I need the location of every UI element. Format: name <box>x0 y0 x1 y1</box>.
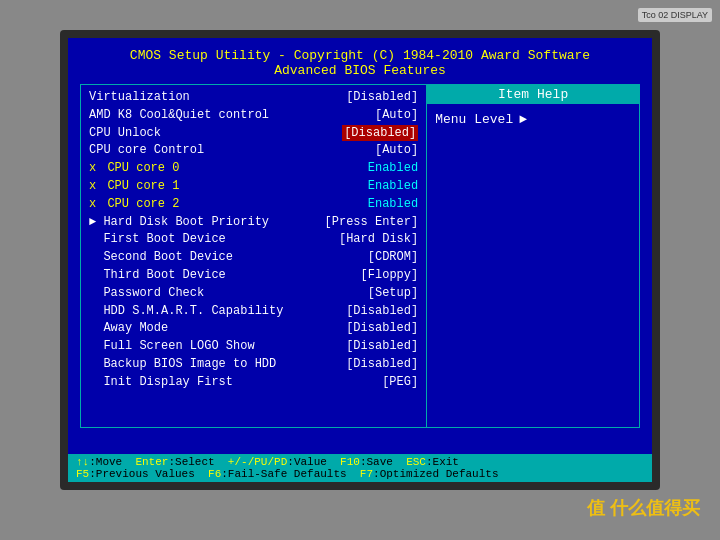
footer-row-1: ↑↓:Move Enter:Select +/-/PU/PD:Value F10… <box>76 456 644 468</box>
item-value: Enabled <box>368 178 418 195</box>
item-label: ► Hard Disk Boot Priority <box>89 214 269 231</box>
watermark: 值 什么值得买 <box>587 496 700 520</box>
item-label: First Boot Device <box>89 231 226 248</box>
item-help-title: Item Help <box>427 85 639 104</box>
list-item[interactable]: Third Boot Device [Floppy] <box>89 267 418 284</box>
item-label: Full Screen LOGO Show <box>89 338 255 355</box>
item-label: Virtualization <box>89 89 190 106</box>
item-label: x CPU core 0 <box>89 160 179 177</box>
x-marker: x <box>89 197 96 211</box>
item-value-selected: [Disabled] <box>342 125 418 142</box>
list-item[interactable]: HDD S.M.A.R.T. Capability [Disabled] <box>89 303 418 320</box>
list-item[interactable]: Away Mode [Disabled] <box>89 320 418 337</box>
bios-header-title: CMOS Setup Utility - Copyright (C) 1984-… <box>80 48 640 63</box>
item-value: Enabled <box>368 196 418 213</box>
monitor-frame: Tco 02 DISPLAY SyncMaster 793MB CMOS Set… <box>0 0 720 540</box>
item-label: Third Boot Device <box>89 267 226 284</box>
item-label: CPU core Control <box>89 142 204 159</box>
item-value: [Disabled] <box>346 89 418 106</box>
list-item[interactable]: x CPU core 0 Enabled <box>89 160 418 177</box>
item-value: Enabled <box>368 160 418 177</box>
item-value: [Setup] <box>368 285 418 302</box>
list-item[interactable]: x CPU core 2 Enabled <box>89 196 418 213</box>
x-marker: x <box>89 179 96 193</box>
bios-footer: ↑↓:Move Enter:Select +/-/PU/PD:Value F10… <box>68 454 652 482</box>
item-value: [Disabled] <box>346 356 418 373</box>
footer-row-2: F5:Previous Values F6:Fail-Safe Defaults… <box>76 468 644 480</box>
list-item[interactable]: Full Screen LOGO Show [Disabled] <box>89 338 418 355</box>
x-marker: x <box>89 161 96 175</box>
item-value: [Hard Disk] <box>339 231 418 248</box>
bios-right-panel: Item Help Menu Level ► <box>427 84 640 428</box>
list-item[interactable]: ► Hard Disk Boot Priority [Press Enter] <box>89 214 418 231</box>
bios-screen: CMOS Setup Utility - Copyright (C) 1984-… <box>68 38 652 482</box>
item-value: [CDROM] <box>368 249 418 266</box>
item-label: CPU Unlock <box>89 125 161 142</box>
bios-left-panel: Virtualization [Disabled] AMD K8 Cool&Qu… <box>80 84 427 428</box>
list-item[interactable]: x CPU core 1 Enabled <box>89 178 418 195</box>
list-item[interactable]: Init Display First [PEG] <box>89 374 418 391</box>
item-value: [Disabled] <box>346 303 418 320</box>
item-value: [Auto] <box>375 107 418 124</box>
item-label: x CPU core 2 <box>89 196 179 213</box>
monitor-bezel: CMOS Setup Utility - Copyright (C) 1984-… <box>60 30 660 490</box>
item-label: x CPU core 1 <box>89 178 179 195</box>
item-label: Backup BIOS Image to HDD <box>89 356 276 373</box>
item-label: Init Display First <box>89 374 233 391</box>
item-value: [PEG] <box>382 374 418 391</box>
menu-level-arrow-icon: ► <box>519 112 527 127</box>
item-label: Away Mode <box>89 320 168 337</box>
item-label: Password Check <box>89 285 204 302</box>
list-item[interactable]: Second Boot Device [CDROM] <box>89 249 418 266</box>
tco-badge: Tco 02 DISPLAY <box>638 8 712 22</box>
bios-header-sub: Advanced BIOS Features <box>80 63 640 78</box>
bios-main-layout: Virtualization [Disabled] AMD K8 Cool&Qu… <box>80 84 640 428</box>
item-value: [Disabled] <box>346 338 418 355</box>
footer-key-help: F5:Previous Values F6:Fail-Safe Defaults… <box>76 468 498 480</box>
list-item[interactable]: First Boot Device [Hard Disk] <box>89 231 418 248</box>
footer-key-move: ↑↓:Move Enter:Select +/-/PU/PD:Value F10… <box>76 456 459 468</box>
item-label: HDD S.M.A.R.T. Capability <box>89 303 283 320</box>
bios-header: CMOS Setup Utility - Copyright (C) 1984-… <box>80 48 640 78</box>
item-label: AMD K8 Cool&Quiet control <box>89 107 269 124</box>
item-value: [Disabled] <box>346 320 418 337</box>
list-item[interactable]: Virtualization [Disabled] <box>89 89 418 106</box>
list-item[interactable]: CPU Unlock [Disabled] <box>89 125 418 142</box>
menu-level-label: Menu Level <box>435 112 513 127</box>
item-label: Second Boot Device <box>89 249 233 266</box>
list-item[interactable]: Backup BIOS Image to HDD [Disabled] <box>89 356 418 373</box>
list-item[interactable]: AMD K8 Cool&Quiet control [Auto] <box>89 107 418 124</box>
list-item[interactable]: Password Check [Setup] <box>89 285 418 302</box>
item-value: [Press Enter] <box>325 214 419 231</box>
item-value: [Auto] <box>375 142 418 159</box>
menu-level-row: Menu Level ► <box>435 112 631 127</box>
item-value: [Floppy] <box>361 267 419 284</box>
list-item[interactable]: CPU core Control [Auto] <box>89 142 418 159</box>
